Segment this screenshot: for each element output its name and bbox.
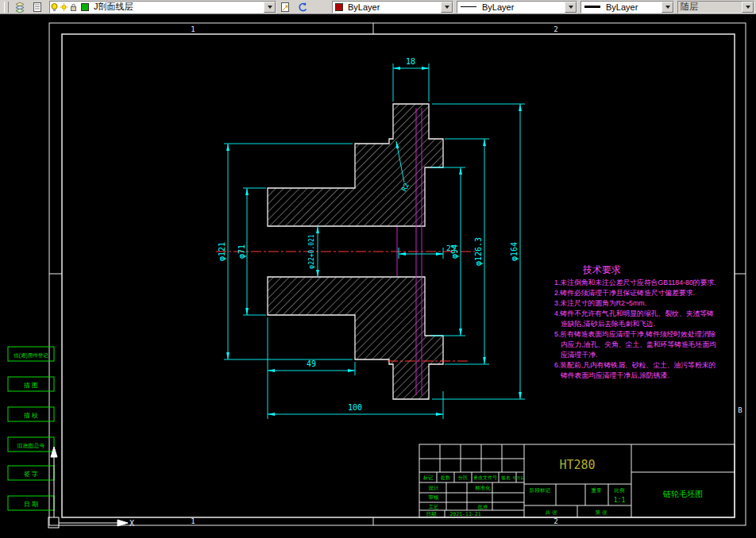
- titleblock-label: 共 张: [546, 509, 557, 516]
- toolbar-grip[interactable]: [4, 2, 9, 13]
- margin-block-label: 描 图: [24, 382, 38, 389]
- part-section-lower: [268, 277, 443, 399]
- titleblock-label: 标记: [422, 475, 433, 481]
- dim-dia-94: φ94: [450, 244, 459, 259]
- lineweight-combo[interactable]: ByLayer: [580, 1, 674, 13]
- titleblock-label: 日期: [426, 511, 437, 517]
- tech-note-line: 2.铸件必须清理干净且保证铸造尺寸偏差要求.: [554, 289, 695, 297]
- zone-label-bottom-2: 2: [554, 517, 557, 525]
- tech-note-line: 造缺陷,清砂后去除毛刺和飞边.: [561, 320, 655, 328]
- margin-blocks[interactable]: [8, 347, 54, 510]
- dim-dia-71: φ71: [237, 244, 246, 259]
- color-combo-dropdown-arrow[interactable]: [441, 2, 453, 13]
- margin-block-label: 日 期: [24, 501, 38, 508]
- layer-properties-toolbar: J剖面线层 ByLayer ByLayer ByLayer 随层: [0, 0, 756, 14]
- dim-width-18: 18: [406, 57, 415, 66]
- titleblock-label: 设计: [429, 485, 440, 490]
- titleblock-date: 2021-11-21: [449, 511, 480, 517]
- zone-label-right-b: B: [738, 406, 742, 414]
- plotstyle-combo[interactable]: 随层: [677, 1, 754, 13]
- layer-lock-icon: [69, 2, 78, 12]
- zone-label-bottom-1: 1: [191, 517, 195, 525]
- dim-length-49: 49: [307, 359, 316, 368]
- make-object-layer-current-button[interactable]: [276, 1, 294, 13]
- current-color-chip: [335, 3, 343, 11]
- linetype-combo-dropdown-arrow[interactable]: [565, 2, 577, 13]
- dim-length-100: 100: [348, 403, 362, 412]
- ucs-icon: [48, 447, 128, 528]
- ucs-x-axis-label: X: [129, 519, 134, 528]
- titleblock-label: 年月日: [513, 475, 525, 481]
- linetype-combo-value: ByLayer: [480, 2, 516, 12]
- title-block[interactable]: [419, 444, 735, 517]
- titleblock-label: 分区: [458, 475, 468, 480]
- tech-note-line: 3.未注尺寸的圆角为R2~5mm.: [554, 299, 646, 307]
- dim-dia-22: φ22+0.021: [308, 234, 315, 269]
- tech-note-line: 5.所有铸造表面均应清理干净,铸件须经时效处理消除: [554, 330, 716, 338]
- part-section-upper: [268, 104, 443, 226]
- titleblock-label: 比例: [615, 487, 625, 494]
- layer-combo-dropdown-arrow[interactable]: [264, 2, 276, 13]
- zone-label-top-2: 2: [554, 25, 557, 33]
- titleblock-material: HT280: [559, 458, 595, 472]
- color-combo-value: ByLayer: [345, 2, 382, 12]
- tech-note-line: 6.装配前,凡内有铸铁屑、砂粒、尘土、油污等粉末的: [554, 361, 716, 369]
- undo-arrow-icon: [297, 2, 308, 13]
- tech-note-line: 应清理干净.: [561, 351, 597, 359]
- layer-previous-button[interactable]: [294, 1, 311, 13]
- layer-combo[interactable]: J剖面线层: [49, 1, 276, 13]
- tech-note-line: 内应力,油孔、尖角、尘土、盖和环等铸造毛坯面均: [561, 340, 716, 348]
- plotstyle-combo-value: 随层: [678, 1, 700, 13]
- titleblock-label: 处数: [440, 475, 450, 481]
- plotstyle-combo-dropdown-arrow[interactable]: [742, 2, 754, 13]
- drawing-canvas[interactable]: 1212B借(通)用件登记描 图描 校旧底图总号签 字日 期18φ121φ71φ…: [0, 14, 756, 538]
- margin-block-label: 签 字: [24, 471, 38, 478]
- layer-color-chip: [81, 3, 89, 11]
- tech-note-line: 1.未注倒角和未注公差尺寸应符合GB1184-80的要求.: [554, 279, 716, 286]
- dim-dia-126-3: φ126.3: [474, 237, 483, 266]
- lineweight-combo-dropdown-arrow[interactable]: [662, 2, 673, 13]
- dim-dia-121: φ121: [218, 242, 226, 261]
- titleblock-label: 阶段标记: [530, 487, 551, 494]
- tech-note-line: 4.铸件不允许有气孔和明显的缩孔、裂纹、夹渣等铸: [554, 309, 714, 317]
- sheet-arrow-icon: [280, 2, 291, 13]
- titleblock-label: 更改文件号: [473, 475, 497, 480]
- titleblock-label: 标准化: [474, 485, 491, 491]
- layer-properties-manager-button[interactable]: [11, 1, 29, 13]
- tech-requirements-title: 技术要求: [582, 264, 621, 275]
- margin-block-label: 描 校: [24, 412, 38, 419]
- color-combo[interactable]: ByLayer: [332, 1, 453, 13]
- zone-label-top-1: 1: [191, 25, 195, 33]
- dim-dia-164: φ164: [510, 242, 519, 261]
- margin-block-label: 旧底图总号: [17, 443, 45, 449]
- sheet-icon: [32, 2, 43, 13]
- lineweight-sample-icon: [584, 6, 600, 8]
- layers-stack-icon: [14, 2, 25, 13]
- tech-note-line: 铸件表面均应清理干净后,涂防锈漆.: [560, 371, 669, 379]
- layer-combo-value: J剖面线层: [91, 1, 136, 13]
- layer-freeze-sun-icon: [60, 2, 68, 12]
- titleblock-label: 审核: [429, 494, 440, 500]
- lineweight-combo-value: ByLayer: [604, 2, 640, 12]
- titleblock-label: 批准: [478, 504, 489, 510]
- layer-states-button[interactable]: [29, 1, 46, 13]
- linetype-sample-icon: [461, 6, 476, 7]
- layer-on-bulb-icon: [50, 2, 59, 12]
- titleblock-scale: 1:1: [614, 497, 626, 504]
- titleblock-drawing-title: 链轮毛坯图: [662, 490, 703, 498]
- linetype-combo[interactable]: ByLayer: [457, 1, 577, 13]
- margin-block-label: 借(通)用件登记: [14, 352, 48, 359]
- titleblock-label: 工艺: [429, 504, 440, 509]
- titleblock-label: 第 张: [596, 509, 608, 516]
- titleblock-label: 签名: [501, 475, 511, 481]
- titleblock-label: 重量: [592, 487, 603, 493]
